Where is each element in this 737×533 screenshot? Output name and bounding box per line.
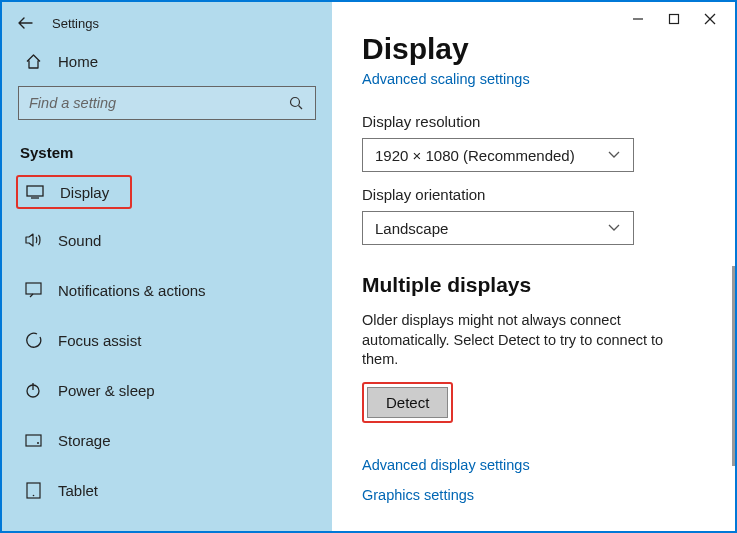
minimize-icon[interactable]	[631, 12, 645, 26]
focus-assist-icon	[24, 331, 42, 349]
sidebar-item-notifications[interactable]: Notifications & actions	[2, 271, 332, 309]
orientation-dropdown[interactable]: Landscape	[362, 211, 634, 245]
detect-button-highlight: Detect	[362, 382, 453, 423]
sidebar-item-sound[interactable]: Sound	[2, 221, 332, 259]
svg-rect-2	[27, 186, 43, 196]
sidebar-item-display[interactable]: Display	[16, 175, 132, 209]
home-label: Home	[58, 53, 98, 70]
tablet-icon	[24, 481, 42, 499]
search-box[interactable]	[18, 86, 316, 120]
chevron-down-icon	[605, 146, 623, 164]
sidebar-item-label: Display	[60, 184, 109, 201]
sidebar-item-storage[interactable]: Storage	[2, 421, 332, 459]
svg-rect-4	[26, 283, 41, 294]
graphics-settings-link[interactable]: Graphics settings	[362, 487, 729, 503]
notifications-icon	[24, 281, 42, 299]
settings-window: Settings Home System Display Sound	[0, 0, 737, 533]
sidebar-item-label: Tablet	[58, 482, 98, 499]
sidebar-item-label: Power & sleep	[58, 382, 155, 399]
search-input[interactable]	[29, 95, 288, 111]
svg-rect-12	[670, 15, 679, 24]
advanced-scaling-link[interactable]: Advanced scaling settings	[362, 71, 530, 87]
sidebar-item-label: Storage	[58, 432, 111, 449]
power-icon	[24, 381, 42, 399]
multiple-displays-desc: Older displays might not always connect …	[362, 311, 702, 370]
main-content: Display Advanced scaling settings Displa…	[332, 2, 735, 531]
page-title: Display	[362, 32, 729, 66]
sidebar-item-tablet[interactable]: Tablet	[2, 471, 332, 509]
resolution-label: Display resolution	[362, 113, 729, 130]
multiple-displays-title: Multiple displays	[362, 273, 729, 297]
detect-button[interactable]: Detect	[367, 387, 448, 418]
window-title: Settings	[52, 16, 99, 31]
svg-point-8	[37, 442, 39, 444]
sidebar-header: Settings	[2, 2, 332, 40]
sidebar-item-label: Notifications & actions	[58, 282, 206, 299]
maximize-icon[interactable]	[667, 12, 681, 26]
back-icon[interactable]	[16, 14, 34, 32]
orientation-label: Display orientation	[362, 186, 729, 203]
svg-point-0	[291, 97, 300, 106]
sidebar-item-power-sleep[interactable]: Power & sleep	[2, 371, 332, 409]
sidebar-item-focus-assist[interactable]: Focus assist	[2, 321, 332, 359]
resolution-dropdown[interactable]: 1920 × 1080 (Recommended)	[362, 138, 634, 172]
close-icon[interactable]	[703, 12, 717, 26]
sidebar-home[interactable]: Home	[2, 40, 332, 80]
window-controls	[619, 6, 729, 32]
sidebar-item-label: Sound	[58, 232, 101, 249]
storage-icon	[24, 431, 42, 449]
sidebar-item-label: Focus assist	[58, 332, 141, 349]
sidebar: Settings Home System Display Sound	[2, 2, 332, 531]
svg-point-10	[32, 494, 34, 496]
orientation-value: Landscape	[375, 220, 448, 237]
svg-rect-7	[26, 435, 41, 446]
display-icon	[26, 183, 44, 201]
chevron-down-icon	[605, 219, 623, 237]
scrollbar-thumb[interactable]	[732, 266, 735, 466]
svg-line-1	[299, 105, 303, 109]
home-icon	[24, 52, 42, 70]
sidebar-section-title: System	[2, 134, 332, 175]
search-icon	[288, 94, 305, 112]
advanced-display-link[interactable]: Advanced display settings	[362, 457, 729, 473]
resolution-value: 1920 × 1080 (Recommended)	[375, 147, 575, 164]
sound-icon	[24, 231, 42, 249]
